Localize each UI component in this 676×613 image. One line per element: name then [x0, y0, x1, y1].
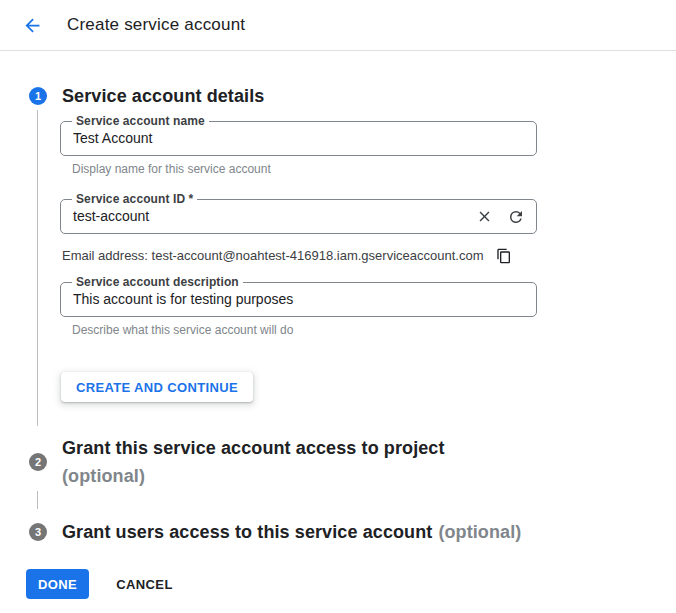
service-account-description-label: Service account description — [72, 275, 243, 289]
service-account-name-input[interactable] — [72, 127, 528, 149]
regenerate-id-button[interactable] — [507, 208, 525, 226]
page-header: Create service account — [0, 0, 676, 51]
service-account-id-field: Service account ID * — [60, 192, 537, 234]
email-address-row: Email address: test-account@noahtest-416… — [62, 247, 676, 264]
step-3-header: 3 Grant users access to this service acc… — [0, 518, 676, 546]
step-2-header: 2 Grant this service account access to p… — [0, 434, 676, 490]
step-3-optional-text: (optional) — [438, 522, 521, 542]
name-helper-text: Display name for this service account — [72, 162, 676, 176]
step-1-number-badge: 1 — [29, 87, 47, 105]
footer-actions: DONE CANCEL — [26, 569, 676, 599]
step-2-title: Grant this service account access to pro… — [62, 434, 445, 490]
stepper-connector-line — [37, 491, 676, 509]
service-account-name-field: Service account name — [60, 114, 537, 156]
step-3-title-text: Grant users access to this service accou… — [62, 522, 432, 542]
description-helper-text: Describe what this service account will … — [72, 323, 676, 337]
service-account-name-label: Service account name — [72, 114, 209, 128]
copy-email-button[interactable] — [496, 247, 513, 264]
step-1-body: Service account name Display name for th… — [37, 110, 676, 426]
create-service-account-form: 1 Service account details Service accoun… — [0, 82, 676, 599]
service-account-id-input[interactable] — [72, 205, 461, 227]
create-and-continue-button[interactable]: CREATE AND CONTINUE — [61, 372, 253, 402]
cancel-button[interactable]: CANCEL — [116, 577, 173, 592]
page-title: Create service account — [67, 15, 245, 35]
close-icon — [476, 208, 493, 225]
content-copy-icon — [496, 248, 513, 264]
back-button[interactable] — [20, 13, 44, 37]
arrow-back-icon — [22, 15, 43, 36]
step-1-header: 1 Service account details — [0, 82, 676, 110]
step-2-title-text: Grant this service account access to pro… — [62, 434, 445, 462]
step-2-optional-text: (optional) — [62, 462, 445, 490]
clear-id-button[interactable] — [475, 208, 493, 226]
step-2-number-badge: 2 — [29, 453, 47, 471]
done-button[interactable]: DONE — [26, 569, 89, 599]
service-account-id-label: Service account ID * — [72, 192, 197, 206]
step-1-title: Service account details — [62, 82, 264, 110]
service-account-description-field: Service account description — [60, 275, 537, 317]
step-3-number-badge: 3 — [29, 523, 47, 541]
step-3-title: Grant users access to this service accou… — [62, 518, 521, 546]
email-address-text: Email address: test-account@noahtest-416… — [62, 248, 483, 264]
refresh-icon — [507, 208, 525, 226]
service-account-description-input[interactable] — [72, 288, 528, 310]
